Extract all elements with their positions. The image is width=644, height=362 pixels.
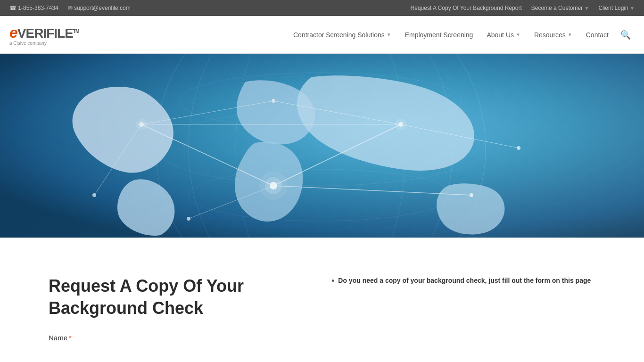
logo-e-letter: e: [9, 24, 17, 41]
phone-icon: ☎: [9, 5, 17, 11]
chevron-down-icon: ▼: [516, 32, 520, 37]
top-bar-left: ☎ 1-855-383-7434 ✉ support@everifile.com: [9, 5, 131, 11]
bullet-text-1: Do you need a copy of your background ch…: [338, 275, 591, 286]
chevron-down-icon: ▼: [568, 32, 572, 37]
email-link[interactable]: ✉ support@everifile.com: [68, 5, 131, 11]
top-bar-right: Request A Copy Of Your Background Report…: [411, 5, 635, 11]
logo[interactable]: eVERIFILETM a Cisive company: [9, 24, 79, 46]
nav-resources[interactable]: Resources ▼: [528, 27, 578, 42]
phone-link[interactable]: ☎ 1-855-383-7434: [9, 5, 58, 11]
search-icon: 🔍: [620, 30, 631, 40]
top-bar: ☎ 1-855-383-7434 ✉ support@everifile.com…: [0, 0, 644, 16]
svg-point-22: [395, 119, 406, 130]
svg-point-20: [136, 119, 147, 130]
required-indicator: *: [69, 334, 72, 342]
chevron-down-icon-login: ▼: [630, 6, 635, 11]
nav-links: Contractor Screening Solutions ▼ Employm…: [288, 26, 635, 44]
become-customer-link[interactable]: Become a Customer ▼: [531, 5, 589, 11]
chevron-down-icon: ▼: [584, 6, 589, 11]
nav-contractor-screening[interactable]: Contractor Screening Solutions ▼: [288, 27, 397, 42]
nav-employment-screening[interactable]: Employment Screening: [399, 27, 479, 42]
svg-point-25: [92, 193, 96, 197]
svg-point-18: [259, 172, 288, 200]
chevron-down-icon: ▼: [387, 32, 391, 37]
nav-contact[interactable]: Contact: [580, 27, 614, 42]
hero-banner: [0, 54, 644, 238]
logo-subtitle: a Cisive company: [9, 41, 47, 46]
search-button[interactable]: 🔍: [617, 26, 635, 44]
main-navigation: eVERIFILETM a Cisive company Contractor …: [0, 16, 644, 54]
hero-globe-image: [0, 54, 644, 238]
content-left: Request A Copy Of Your Background Check …: [49, 275, 313, 344]
svg-point-24: [272, 99, 275, 103]
content-right: • Do you need a copy of your background …: [331, 275, 595, 344]
bullet-item-1: • Do you need a copy of your background …: [331, 275, 595, 287]
logo-text: eVERIFILETM: [9, 24, 79, 41]
svg-point-26: [187, 217, 190, 221]
email-icon: ✉: [68, 5, 73, 11]
name-field-label: Name*: [49, 334, 313, 342]
client-login-link[interactable]: Client Login ▼: [598, 5, 635, 11]
svg-point-27: [517, 146, 520, 150]
main-content: Request A Copy Of Your Background Check …: [39, 256, 605, 362]
svg-point-23: [470, 193, 473, 197]
nav-about-us[interactable]: About Us ▼: [481, 27, 526, 42]
page-title: Request A Copy Of Your Background Check: [49, 275, 313, 320]
request-report-link[interactable]: Request A Copy Of Your Background Report: [411, 5, 522, 11]
bullet-icon: •: [331, 275, 334, 287]
